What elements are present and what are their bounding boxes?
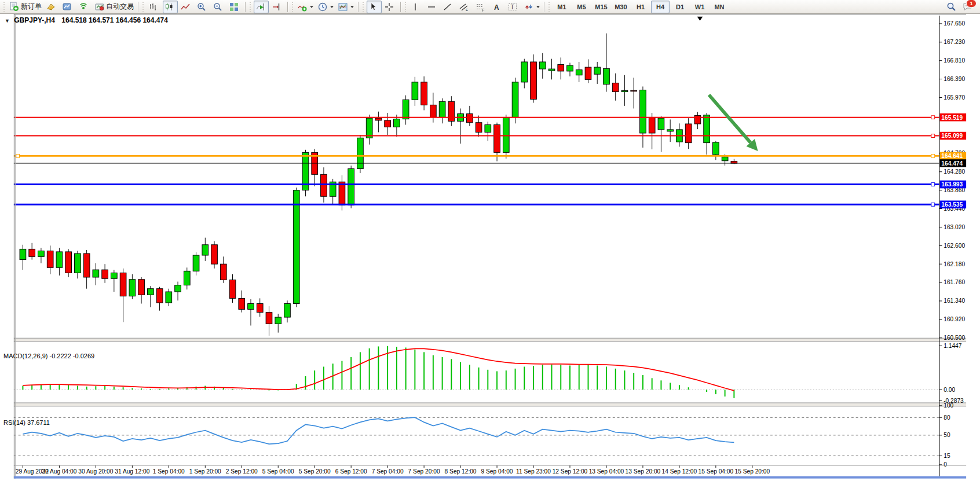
candle [357, 138, 364, 168]
toolbar-button-templates[interactable] [337, 1, 356, 13]
toolbar-button-chart-shift[interactable] [270, 1, 285, 13]
candle [175, 285, 181, 292]
toolbar-button-tf-m15[interactable]: M15 [592, 1, 610, 13]
toolbar-grip[interactable] [291, 2, 294, 12]
svg-text:E: E [466, 8, 468, 12]
price-tick-label: 167.230 [944, 39, 965, 45]
candle [412, 82, 418, 100]
toolbar-button-new-order[interactable]: 新订单 [8, 1, 43, 13]
toolbar-button-trend-line[interactable] [441, 1, 456, 13]
chevron-down-icon[interactable] [536, 6, 540, 8]
time-tick-label: 30 Aug 04:00 [42, 468, 76, 475]
candle [156, 289, 163, 303]
time-tick-label: 1 Sep 04:00 [153, 468, 185, 475]
candle [394, 119, 400, 127]
toolbar-button-cursor[interactable] [367, 1, 382, 13]
candle [38, 251, 45, 256]
chat-icon: 1 [963, 2, 973, 12]
line-handle[interactable] [931, 183, 935, 186]
toolbar-separator [358, 2, 359, 12]
chart-canvas[interactable]: 167.650167.230166.810166.390165.970164.7… [0, 14, 980, 492]
time-tick-label: 11 Sep 23:00 [516, 468, 551, 475]
candle [56, 252, 63, 267]
toolbar-grip[interactable] [141, 2, 145, 12]
toolbar-button-tf-m1[interactable]: M1 [553, 1, 571, 13]
toolbar-button-auto-scroll[interactable] [254, 1, 269, 13]
svg-text:165.519: 165.519 [941, 115, 963, 121]
toolbar-button-line-chart[interactable] [179, 1, 194, 13]
time-tick-label: 13 Sep 20:00 [626, 468, 661, 475]
toolbar-button-profiles[interactable] [61, 1, 76, 13]
toolbar-button-auto-trading[interactable]: 自动交易 [93, 1, 136, 13]
toolbar-button-crosshair[interactable] [383, 1, 398, 13]
profiles-icon [63, 2, 72, 12]
candle [321, 174, 327, 196]
toolbar-group-scroll [253, 0, 286, 14]
toolbar-button-tf-h4[interactable]: H4 [651, 1, 670, 13]
toolbar-separator [245, 2, 246, 12]
toolbar-grip[interactable] [2, 2, 6, 12]
toolbar-button-signals[interactable] [77, 1, 92, 13]
line-handle[interactable] [931, 116, 935, 119]
chartshift-icon [272, 2, 281, 12]
toolbar-group-insert [295, 0, 356, 14]
time-tick-label: 1 Sep 20:00 [189, 468, 221, 475]
toolbar-button-indicators[interactable] [296, 1, 315, 13]
toolbar-separator [400, 2, 401, 12]
candle [604, 68, 610, 84]
candle [111, 273, 118, 278]
toolbar-button-candlestick-chart[interactable] [163, 1, 178, 13]
price-tick-label: 162.180 [944, 261, 965, 267]
toolbar-button-tf-mn[interactable]: MN [710, 1, 729, 13]
panel-splitter[interactable] [14, 338, 966, 342]
chevron-down-icon[interactable] [350, 6, 354, 8]
toolbar-grip[interactable] [547, 2, 551, 12]
line-handle[interactable] [931, 134, 935, 138]
toolbar-button-vertical-line[interactable] [409, 1, 424, 13]
toolbar-button-search[interactable] [945, 1, 960, 13]
toolbar-button-horizontal-line[interactable] [425, 1, 440, 13]
toolbar-grip[interactable] [404, 2, 407, 12]
candle [713, 142, 719, 155]
toolbar-button-label: M30 [615, 3, 627, 10]
toolbar-button-periods[interactable] [316, 1, 335, 13]
svg-text:163.993: 163.993 [941, 181, 963, 188]
price-badge-164.641: 164.641 [939, 152, 966, 160]
toolbar-button-tf-m5[interactable]: M5 [572, 1, 591, 13]
time-tick-label: 13 Sep 04:00 [589, 468, 624, 475]
price-tick-label: 163.020 [944, 224, 965, 230]
toolbar-button-tile-windows[interactable] [228, 1, 243, 13]
toolbar-button-equidistant-channel[interactable]: E [458, 1, 473, 13]
toolbar-grip[interactable] [248, 2, 252, 12]
toolbar-button-chat[interactable]: 1 [961, 1, 976, 13]
candle [722, 157, 728, 161]
toolbar-button-fibonacci[interactable]: F [474, 1, 489, 13]
line-handle[interactable] [16, 154, 20, 157]
chevron-down-icon[interactable] [330, 6, 334, 8]
toolbar-button-styler[interactable] [45, 1, 60, 13]
collapse-triangle-icon[interactable]: ▼ [5, 18, 10, 24]
price-tick-label: 164.280 [944, 168, 965, 175]
toolbar-button-tf-h1[interactable]: H1 [631, 1, 650, 13]
toolbar-button-zoom-out[interactable] [211, 1, 226, 13]
toolbar-button-bar-chart[interactable] [147, 1, 162, 13]
toolbar-button-tf-m30[interactable]: M30 [612, 1, 630, 13]
time-tick-label: 14 Sep 12:00 [662, 468, 697, 475]
candle [102, 270, 108, 278]
toolbar-button-tf-w1[interactable]: W1 [690, 1, 709, 13]
line-handle[interactable] [931, 154, 935, 157]
toolbar-button-zoom-in[interactable] [195, 1, 210, 13]
toolbar-button-label: M5 [577, 3, 586, 10]
candle [229, 280, 236, 299]
line-handle[interactable] [931, 203, 935, 206]
time-tick-label: 5 Sep 20:00 [299, 468, 331, 475]
toolbar-button-tf-d1[interactable]: D1 [671, 1, 689, 13]
toolbar-button-text[interactable]: A [490, 1, 505, 13]
toolbar-grip[interactable] [361, 2, 365, 12]
toolbar-button-arrows[interactable] [522, 1, 542, 13]
chart-symbol-period: GBPJPY-,H4 [14, 16, 55, 24]
candle [485, 125, 491, 133]
toolbar-button-text-label[interactable]: T [506, 1, 521, 13]
panel-splitter[interactable] [14, 403, 966, 406]
chevron-down-icon[interactable] [310, 6, 313, 8]
